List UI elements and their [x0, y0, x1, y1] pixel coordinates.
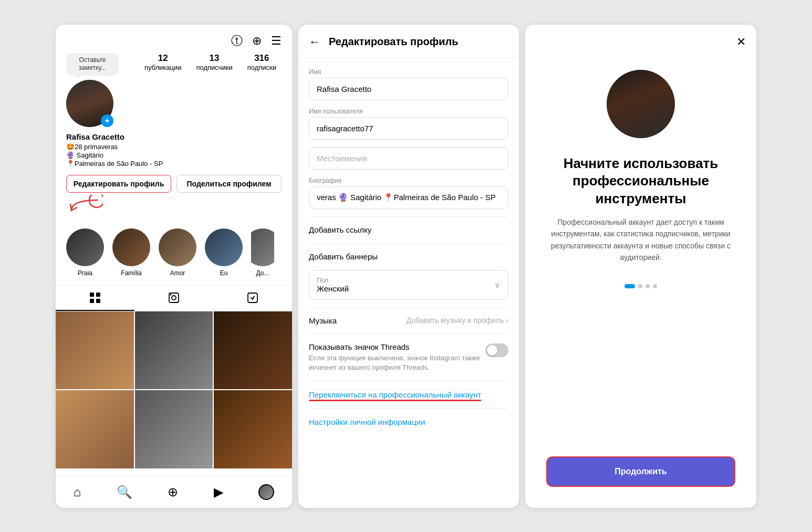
nav-profile-icon[interactable]	[258, 484, 274, 500]
chevron-right-icon: ›	[506, 316, 508, 325]
toggle-knob	[487, 345, 497, 356]
dot-2	[638, 284, 642, 288]
bio-line1: 🤩28 primaveras	[66, 143, 282, 151]
close-row: ✕	[525, 25, 756, 54]
highlight-amor[interactable]: Amor	[159, 228, 196, 277]
highlight-label-praia: Praia	[78, 269, 92, 277]
svg-rect-1	[90, 293, 94, 297]
red-arrow-icon	[66, 195, 103, 216]
add-banner-text: Добавить баннеры	[309, 252, 378, 261]
highlights-row: Praia Família Amor Eu До...	[56, 220, 292, 281]
add-photo-button[interactable]: +	[101, 114, 113, 127]
threads-title: Показывать значок Threads	[309, 342, 485, 351]
grid-item-2[interactable]	[135, 311, 213, 390]
highlight-label-familia: Família	[121, 269, 141, 277]
nav-add-icon[interactable]: ⊕	[168, 485, 178, 499]
bottom-nav: ⌂ 🔍 ⊕ ▶	[56, 476, 292, 508]
bio-field: Биография	[309, 177, 508, 209]
username-input[interactable]	[309, 117, 508, 140]
highlight-eu[interactable]: Eu	[205, 228, 243, 277]
nav-search-icon[interactable]: 🔍	[117, 485, 132, 499]
bio-line2: 🔮 Sagitário	[66, 151, 282, 159]
grid-item-6[interactable]	[214, 390, 292, 468]
svg-rect-4	[96, 299, 100, 303]
music-action[interactable]: Добавить музыку в профиль ›	[407, 316, 508, 325]
close-button[interactable]: ✕	[736, 35, 746, 49]
avatar-image	[607, 70, 675, 138]
followers-label: подписчики	[196, 64, 232, 71]
professional-description: Профессиональный аккаунт дает доступ к т…	[546, 216, 735, 264]
threads-desc: Если эта функция выключена, значок Insta…	[309, 353, 485, 372]
edit-profile-button[interactable]: Редактировать профиль	[66, 175, 171, 193]
topbar: ⓣ ⊕ ☰	[56, 25, 292, 53]
publications-count: 12	[144, 53, 182, 64]
personal-info-link[interactable]: Настройки личной информации	[309, 417, 425, 426]
personal-info-link-container: Настройки личной информации	[309, 408, 508, 435]
tab-grid[interactable]	[56, 286, 134, 311]
pagination-dots	[624, 284, 657, 288]
highlight-partial[interactable]: До...	[251, 228, 274, 277]
dot-3	[646, 284, 650, 288]
grid-item-4[interactable]	[56, 390, 134, 468]
avatar-wrapper: +	[66, 80, 113, 127]
back-button[interactable]: ←	[309, 35, 320, 49]
nav-reels-icon[interactable]: ▶	[214, 485, 223, 499]
stat-followers: 13 подписчики	[196, 53, 232, 71]
gender-value: Женский	[317, 284, 349, 293]
gender-label: Пол	[317, 277, 349, 284]
pronouns-field	[309, 147, 508, 170]
edit-profile-title: Редактировать профиль	[329, 36, 458, 48]
name-input[interactable]	[309, 78, 508, 100]
grid-item-1[interactable]	[56, 311, 134, 390]
highlight-praia[interactable]: Praia	[66, 228, 104, 277]
add-icon[interactable]: ⊕	[252, 34, 262, 48]
threads-toggle[interactable]	[485, 343, 508, 357]
profile-name: Rafisa Gracetto	[66, 132, 282, 141]
svg-point-6	[172, 296, 176, 300]
professional-heading: Начните использовать профессиональные ин…	[546, 155, 735, 208]
tab-reels[interactable]	[134, 286, 213, 311]
name-label: Имя	[309, 68, 508, 76]
screen2-edit-profile: ← Редактировать профиль Имя Имя пользова…	[298, 25, 519, 508]
add-link-text: Добавить ссылку	[309, 225, 371, 234]
note-bubble[interactable]: Оставьте заметку...	[66, 53, 119, 76]
dot-4	[653, 284, 657, 288]
gender-select[interactable]: Пол Женский ∨	[309, 270, 508, 300]
professional-link-container: Переключиться на профессиональный аккаун…	[309, 381, 508, 408]
nav-home-icon[interactable]: ⌂	[74, 485, 81, 499]
stat-following: 316 подписки	[247, 53, 276, 71]
highlight-label-partial: До...	[256, 269, 269, 277]
dot-1	[624, 284, 635, 288]
screen3-professional: ✕ Начните использовать профессиональные …	[525, 25, 756, 508]
svg-rect-3	[90, 299, 94, 303]
svg-rect-8	[248, 293, 257, 302]
following-label: подписки	[247, 64, 276, 71]
professional-content: Начните использовать профессиональные ин…	[525, 54, 756, 508]
professional-avatar	[607, 70, 675, 138]
followers-count: 13	[196, 53, 232, 64]
add-banner-item[interactable]: Добавить баннеры	[309, 243, 508, 270]
stat-publications: 12 публикации	[144, 53, 182, 71]
pronouns-input[interactable]	[309, 147, 508, 170]
continue-button[interactable]: Продолжить	[546, 456, 735, 487]
music-label: Музыка	[309, 316, 337, 325]
professional-link[interactable]: Переключиться на профессиональный аккаун…	[309, 390, 481, 399]
threads-icon[interactable]: ⓣ	[231, 33, 243, 49]
grid-item-3[interactable]	[214, 311, 292, 390]
highlight-familia[interactable]: Família	[112, 228, 150, 277]
publications-label: публикации	[144, 64, 182, 71]
threads-row: Показывать значок Threads Если эта функц…	[309, 333, 508, 381]
menu-icon[interactable]: ☰	[271, 34, 282, 48]
bio-label: Биография	[309, 177, 508, 184]
highlight-label-eu: Eu	[220, 269, 228, 277]
photo-grid	[56, 311, 292, 468]
following-count: 316	[247, 53, 276, 64]
svg-point-7	[170, 294, 172, 295]
grid-item-5[interactable]	[135, 390, 213, 468]
bio-input[interactable]	[309, 186, 508, 209]
add-link-item[interactable]: Добавить ссылку	[309, 216, 508, 243]
red-underline	[309, 400, 481, 401]
tab-tagged[interactable]	[213, 286, 292, 311]
stats: 12 публикации 13 подписчики 316 подписки	[144, 53, 282, 71]
share-profile-button[interactable]: Поделиться профилем	[176, 175, 282, 193]
